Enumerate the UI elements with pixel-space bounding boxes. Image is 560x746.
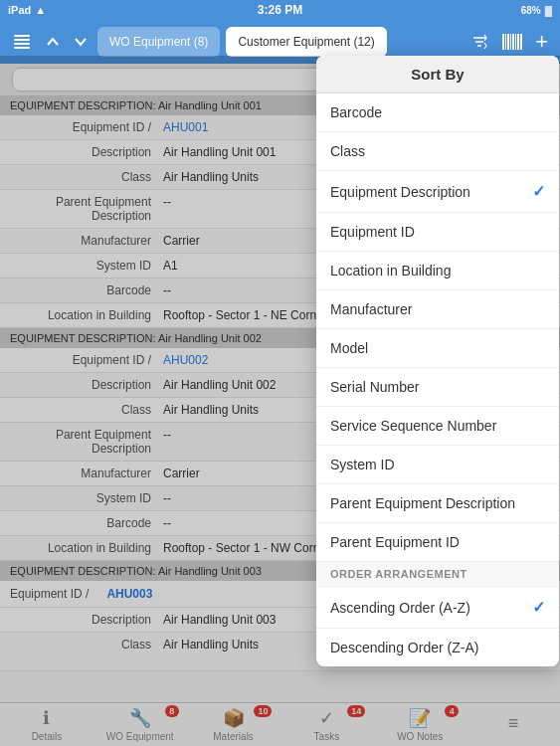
sort-button[interactable] [466, 28, 493, 56]
sort-item-service-sequence-number[interactable]: Service Sequence Number [316, 407, 559, 446]
sort-item-serial-number[interactable]: Serial Number [316, 368, 559, 407]
svg-rect-7 [502, 34, 504, 50]
sort-order-descending[interactable]: Descending Order (Z-A) [316, 629, 559, 666]
svg-rect-1 [14, 39, 30, 41]
sort-item-class[interactable]: Class [316, 132, 559, 171]
svg-rect-14 [520, 34, 522, 50]
wo-equipment-tab[interactable]: WO Equipment (8) [97, 27, 220, 57]
wo-equipment-tab-label: WO Equipment (8) [109, 35, 208, 49]
status-bar-right: 68% ▓ [521, 5, 552, 16]
sort-item-manufacturer[interactable]: Manufacturer [316, 290, 559, 329]
customer-equipment-tab[interactable]: Customer Equipment (12) [226, 27, 386, 57]
list-icon-button[interactable] [8, 28, 36, 56]
sort-item-location-in-building[interactable]: Location in Building [316, 252, 559, 290]
order-arrangement-label: ORDER ARRANGEMENT [316, 562, 559, 587]
battery-icon: ▓ [545, 5, 552, 16]
svg-rect-13 [517, 34, 519, 50]
sort-item-system-id[interactable]: System ID [316, 446, 559, 484]
barcode-button[interactable] [497, 29, 527, 55]
sort-icon [469, 32, 489, 52]
chevron-up-icon [46, 35, 60, 49]
svg-rect-0 [14, 35, 30, 37]
check-equipment-description: ✓ [532, 182, 545, 201]
check-ascending: ✓ [532, 598, 545, 617]
sort-dropdown-title: Sort By [316, 56, 559, 93]
svg-rect-2 [14, 43, 30, 45]
svg-rect-9 [507, 34, 509, 50]
chevron-down-icon [74, 35, 88, 49]
wifi-icon: ▲ [35, 4, 46, 16]
battery-percent: 68% [521, 5, 541, 16]
list-icon [12, 32, 32, 52]
svg-rect-10 [510, 34, 511, 50]
sort-item-barcode[interactable]: Barcode [316, 93, 559, 132]
sort-dropdown: Sort By Barcode Class Equipment Descript… [316, 56, 559, 666]
sort-item-parent-equipment-description[interactable]: Parent Equipment Description [316, 484, 559, 523]
svg-rect-11 [512, 34, 514, 50]
customer-equipment-tab-label: Customer Equipment (12) [238, 35, 374, 49]
status-bar-time: 3:26 PM [258, 3, 302, 17]
sort-order-ascending[interactable]: Ascending Order (A-Z) ✓ [316, 587, 559, 629]
sort-item-equipment-description[interactable]: Equipment Description ✓ [316, 171, 559, 213]
chevron-down-button[interactable] [70, 31, 92, 53]
svg-rect-8 [505, 34, 506, 50]
nav-right-icons: + [466, 25, 552, 59]
chevron-up-button[interactable] [42, 31, 64, 53]
svg-rect-12 [515, 34, 516, 50]
barcode-icon [501, 33, 523, 51]
sort-item-parent-equipment-id[interactable]: Parent Equipment ID [316, 523, 559, 562]
status-bar: iPad ▲ 3:26 PM 68% ▓ [0, 0, 560, 20]
svg-rect-3 [14, 47, 30, 49]
add-button[interactable]: + [531, 25, 552, 59]
sort-item-model[interactable]: Model [316, 329, 559, 368]
sort-item-equipment-id[interactable]: Equipment ID [316, 213, 559, 252]
carrier-label: iPad [8, 4, 31, 16]
status-bar-left: iPad ▲ [8, 4, 46, 16]
